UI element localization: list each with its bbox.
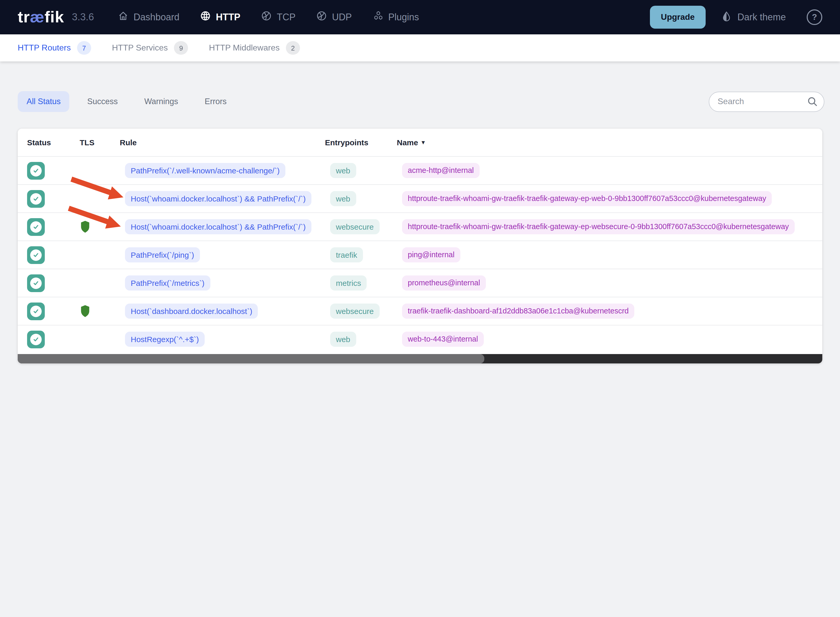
nav-item-tcp[interactable]: TCP: [261, 10, 295, 24]
tls-cell: [72, 220, 112, 233]
entrypoint-badge: traefik: [330, 247, 363, 263]
entrypoint-badge: metrics: [330, 275, 367, 291]
column-header-status[interactable]: Status: [18, 138, 72, 147]
traefik-logo[interactable]: træfik: [18, 8, 64, 27]
nav-item-udp[interactable]: UDP: [316, 10, 352, 24]
status-ok-icon: [27, 331, 45, 348]
count-badge: 9: [174, 41, 188, 55]
dark-theme-toggle[interactable]: Dark theme: [721, 11, 786, 24]
status-ok-icon: [27, 302, 45, 320]
horizontal-scrollbar[interactable]: [18, 354, 822, 363]
filter-errors[interactable]: Errors: [196, 91, 235, 112]
nav-item-plugins[interactable]: Plugins: [373, 10, 419, 24]
rule-badge: Host(`whoami.docker.localhost`) && PathP…: [125, 191, 311, 207]
entrypoints-cell: web: [321, 191, 397, 207]
name-badge: web-to-443@internal: [402, 332, 484, 347]
column-header-name[interactable]: Name ▾: [397, 138, 822, 147]
entrypoints-cell: metrics: [321, 275, 397, 291]
name-badge: ping@internal: [402, 247, 460, 262]
status-filter-row: All Status Success Warnings Errors: [18, 91, 822, 112]
subnav: HTTP Routers 7 HTTP Services 9 HTTP Midd…: [0, 34, 840, 62]
entrypoint-badge: websecure: [330, 219, 379, 235]
status-cell: [18, 218, 72, 236]
name-cell: traefik-traefik-dashboard-af1d2ddb83a06e…: [397, 304, 822, 318]
table-row[interactable]: Host(`whoami.docker.localhost`) && PathP…: [18, 213, 822, 241]
name-badge: httproute-traefik-whoami-gw-traefik-trae…: [402, 219, 795, 234]
count-badge: 2: [286, 41, 300, 55]
tls-shield-icon: [80, 305, 112, 317]
name-cell: httproute-traefik-whoami-gw-traefik-trae…: [397, 191, 822, 206]
nav-item-http[interactable]: HTTP: [200, 10, 240, 24]
home-icon: [118, 10, 129, 24]
rule-cell: Host(`whoami.docker.localhost`) && PathP…: [112, 219, 321, 235]
table-row[interactable]: HostRegexp(`^.+$`) web web-to-443@intern…: [18, 325, 822, 353]
name-cell: httproute-traefik-whoami-gw-traefik-trae…: [397, 219, 822, 234]
tls-cell: [72, 192, 112, 205]
name-badge: prometheus@internal: [402, 275, 486, 290]
main-content: All Status Success Warnings Errors Statu…: [0, 91, 840, 363]
tls-cell: [72, 305, 112, 317]
tab-http-middlewares[interactable]: HTTP Middlewares 2: [209, 41, 300, 55]
status-cell: [18, 246, 72, 264]
tls-cell: [72, 333, 112, 346]
entrypoints-cell: traefik: [321, 247, 397, 263]
cubes-icon: [373, 10, 384, 24]
logo-ae: æ: [30, 8, 44, 27]
logo-post: fik: [44, 8, 64, 27]
status-cell: [18, 162, 72, 179]
name-badge: traefik-traefik-dashboard-af1d2ddb83a06e…: [402, 304, 634, 318]
name-cell: acme-http@internal: [397, 163, 822, 178]
entrypoints-cell: web: [321, 163, 397, 178]
column-header-rule[interactable]: Rule: [112, 138, 321, 147]
tab-label: HTTP Routers: [18, 43, 71, 53]
rule-cell: Host(`dashboard.docker.localhost`): [112, 304, 321, 319]
rule-badge: HostRegexp(`^.+$`): [125, 332, 205, 347]
status-ok-icon: [27, 162, 45, 179]
tab-http-services[interactable]: HTTP Services 9: [112, 41, 188, 55]
tls-cell: [72, 164, 112, 177]
status-cell: [18, 302, 72, 320]
column-header-entrypoints[interactable]: Entrypoints: [321, 138, 397, 147]
entrypoint-badge: websecure: [330, 304, 379, 319]
rule-cell: PathPrefix(`/.well-known/acme-challenge/…: [112, 163, 321, 178]
table-row[interactable]: PathPrefix(`/.well-known/acme-challenge/…: [18, 156, 822, 185]
filter-warnings[interactable]: Warnings: [136, 91, 187, 112]
rule-badge: Host(`dashboard.docker.localhost`): [125, 304, 258, 319]
rule-badge: Host(`whoami.docker.localhost`) && PathP…: [125, 219, 311, 235]
nav-label: Dashboard: [134, 12, 179, 23]
nav-label: TCP: [277, 12, 295, 23]
table-header-row: Status TLS Rule Entrypoints Name ▾: [18, 128, 822, 156]
scrollbar-thumb[interactable]: [18, 354, 484, 363]
table-row[interactable]: Host(`whoami.docker.localhost`) && PathP…: [18, 185, 822, 213]
status-ok-icon: [27, 190, 45, 208]
tab-label: HTTP Services: [112, 43, 168, 53]
nav-item-dashboard[interactable]: Dashboard: [118, 10, 179, 24]
filter-all-status[interactable]: All Status: [18, 91, 69, 112]
upgrade-button[interactable]: Upgrade: [650, 6, 706, 29]
rule-cell: PathPrefix(`/ping`): [112, 247, 321, 263]
status-cell: [18, 190, 72, 208]
name-cell: ping@internal: [397, 247, 822, 262]
rule-badge: PathPrefix(`/metrics`): [125, 275, 210, 291]
table-row[interactable]: PathPrefix(`/metrics`) metrics prometheu…: [18, 269, 822, 297]
entrypoint-badge: web: [330, 163, 356, 178]
table-row[interactable]: Host(`dashboard.docker.localhost`) webse…: [18, 297, 822, 325]
contrast-droplet-icon: [721, 11, 732, 24]
tab-http-routers[interactable]: HTTP Routers 7: [18, 41, 91, 55]
column-header-tls[interactable]: TLS: [72, 138, 112, 147]
table-row[interactable]: PathPrefix(`/ping`) traefik ping@interna…: [18, 241, 822, 269]
globe-icon: [316, 10, 327, 24]
help-icon[interactable]: ?: [807, 9, 822, 25]
name-cell: prometheus@internal: [397, 275, 822, 290]
tls-shield-icon: [80, 220, 112, 233]
sort-caret-icon: ▾: [422, 139, 425, 146]
entrypoints-cell: websecure: [321, 219, 397, 235]
tab-label: HTTP Middlewares: [209, 43, 280, 53]
rule-cell: PathPrefix(`/metrics`): [112, 275, 321, 291]
tls-cell: [72, 276, 112, 289]
filter-success[interactable]: Success: [78, 91, 127, 112]
count-badge: 7: [77, 41, 91, 55]
entrypoints-cell: websecure: [321, 304, 397, 319]
name-cell: web-to-443@internal: [397, 332, 822, 347]
entrypoint-badge: web: [330, 332, 356, 347]
